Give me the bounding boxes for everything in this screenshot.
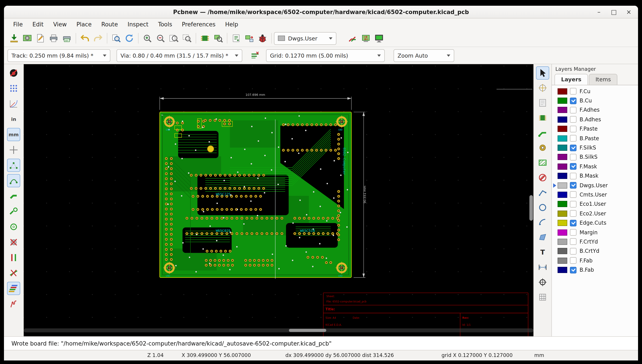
layer-color-swatch[interactable] <box>558 210 567 217</box>
layer-color-swatch[interactable] <box>558 135 567 141</box>
zoom-selection-icon[interactable] <box>180 32 194 45</box>
layer-visibility-checkbox[interactable] <box>570 182 576 188</box>
layer-row-Cmts.User[interactable]: Cmts.User <box>552 190 638 200</box>
layer-color-swatch[interactable] <box>558 201 567 207</box>
route-tracks-icon[interactable] <box>536 126 549 139</box>
add-keepout-icon[interactable] <box>536 171 549 184</box>
menu-inspect[interactable]: Inspect <box>123 20 153 29</box>
layer-visibility-checkbox[interactable] <box>570 192 576 198</box>
grid-select[interactable]: Grid: 0.1270 mm (5.00 mils) <box>266 49 385 62</box>
footprint-mode-icon[interactable] <box>198 32 212 45</box>
layer-visibility-checkbox[interactable] <box>570 248 576 254</box>
layer-row-Eco1.User[interactable]: Eco1.User <box>552 199 638 209</box>
units-mm-icon[interactable]: mm <box>7 128 20 141</box>
layer-row-F.Paste[interactable]: F.Paste <box>552 124 638 134</box>
cut-tracks-icon[interactable] <box>7 266 20 280</box>
layer-visibility-checkbox[interactable] <box>570 97 576 104</box>
layer-row-B.Adhes[interactable]: B.Adhes <box>552 115 638 124</box>
maximize-button[interactable]: □ <box>610 8 618 16</box>
add-graphic-line-icon[interactable] <box>536 186 549 199</box>
layer-row-B.SilkS[interactable]: B.SilkS <box>552 152 638 162</box>
layer-visibility-checkbox[interactable] <box>570 238 576 245</box>
sketch-tracks-icon[interactable] <box>7 251 20 264</box>
layer-visibility-checkbox[interactable] <box>570 126 576 132</box>
track-width-select[interactable]: Track: 0.250 mm (9.84 mils) * <box>8 49 110 62</box>
minimize-button[interactable]: – <box>595 8 603 16</box>
layer-color-swatch[interactable] <box>558 239 567 245</box>
layer-color-swatch[interactable] <box>558 229 567 236</box>
layer-row-F.Mask[interactable]: F.Mask <box>552 162 638 171</box>
toggle-drc-off-icon[interactable] <box>7 66 20 80</box>
layer-row-Edge.Cuts[interactable]: Edge.Cuts <box>552 218 638 228</box>
layer-color-swatch[interactable] <box>558 145 567 151</box>
zone-outline-icon[interactable] <box>7 205 20 218</box>
layer-visibility-checkbox[interactable] <box>570 267 576 273</box>
zoom-out-icon[interactable] <box>154 32 167 45</box>
redo-icon[interactable] <box>92 32 105 45</box>
drc-icon[interactable] <box>256 32 269 45</box>
zoom-in-icon[interactable] <box>141 32 154 45</box>
tab-layers[interactable]: Layers <box>554 74 588 85</box>
layer-visibility-checkbox[interactable] <box>570 135 576 142</box>
layer-color-swatch[interactable] <box>558 164 567 170</box>
layer-color-swatch[interactable] <box>558 182 567 188</box>
layer-color-swatch[interactable] <box>558 220 567 226</box>
layer-row-F.Fab[interactable]: F.Fab <box>552 256 638 265</box>
add-dimension-icon[interactable] <box>536 261 549 274</box>
layer-color-swatch[interactable] <box>558 267 567 273</box>
auto-track-width-icon[interactable] <box>248 49 262 62</box>
pcb-canvas[interactable]: GNDGNDGNDGNDW65C22SW65C02SW65C51N6502-Co… <box>24 64 534 336</box>
menu-preferences[interactable]: Preferences <box>177 20 220 29</box>
measure-tool-icon[interactable] <box>536 290 549 304</box>
layer-row-B.Cu[interactable]: B.Cu <box>552 96 638 106</box>
cursor-shape-icon[interactable] <box>7 143 20 156</box>
layer-color-swatch[interactable] <box>558 248 567 254</box>
add-via-icon[interactable] <box>536 141 549 154</box>
sketch-pads-icon[interactable] <box>7 220 20 234</box>
layer-color-swatch[interactable] <box>558 98 567 104</box>
layer-row-F.CrtYd[interactable]: F.CrtYd <box>552 237 638 246</box>
curved-ratsnest-icon[interactable] <box>7 174 20 187</box>
place-origin-icon[interactable] <box>536 276 549 289</box>
layer-visibility-checkbox[interactable] <box>570 220 576 226</box>
swap-layers-icon[interactable] <box>359 32 372 45</box>
add-graphic-polygon-icon[interactable] <box>536 231 549 244</box>
layer-row-Dwgs.User[interactable]: Dwgs.User <box>552 181 638 190</box>
menu-help[interactable]: Help <box>220 20 243 29</box>
horizontal-scrollbar-thumb[interactable] <box>289 329 326 332</box>
layer-visibility-checkbox[interactable] <box>570 107 576 114</box>
layer-row-B.Fab[interactable]: B.Fab <box>552 265 638 275</box>
menu-edit[interactable]: Edit <box>28 20 48 29</box>
layer-visibility-checkbox[interactable] <box>570 201 576 208</box>
layer-row-Margin[interactable]: Margin <box>552 228 638 237</box>
add-graphic-circle-icon[interactable] <box>536 201 549 214</box>
polar-coordinates-icon[interactable] <box>7 97 20 110</box>
layer-row-B.Mask[interactable]: B.Mask <box>552 171 638 181</box>
zoom-select[interactable]: Zoom Auto <box>394 49 454 62</box>
via-size-select[interactable]: Via: 0.80 / 0.40 mm (31.5 / 15.7 mils) * <box>116 49 242 62</box>
menu-tools[interactable]: Tools <box>153 20 177 29</box>
layer-color-swatch[interactable] <box>558 192 567 198</box>
add-graphic-arc-icon[interactable] <box>536 216 549 229</box>
layer-color-swatch[interactable] <box>558 88 567 94</box>
layer-row-F.SilkS[interactable]: F.SilkS <box>552 143 638 152</box>
refresh-icon[interactable] <box>123 32 136 45</box>
layer-color-swatch[interactable] <box>558 116 567 123</box>
undo-icon[interactable] <box>78 32 92 45</box>
layer-row-F.Adhes[interactable]: F.Adhes <box>552 106 638 115</box>
horizontal-scrollbar[interactable] <box>24 328 534 332</box>
layer-visibility-checkbox[interactable] <box>570 257 576 264</box>
menu-place[interactable]: Place <box>72 20 96 29</box>
layer-row-B.Paste[interactable]: B.Paste <box>552 134 638 143</box>
layer-visibility-checkbox[interactable] <box>570 229 576 236</box>
tab-items[interactable]: Items <box>589 74 618 85</box>
find-footprint-icon[interactable] <box>212 32 225 45</box>
3d-viewer-icon[interactable] <box>372 32 386 45</box>
vertical-scrollbar[interactable] <box>530 64 533 327</box>
close-button[interactable]: × <box>625 8 633 16</box>
layer-color-swatch[interactable] <box>558 126 567 132</box>
add-zone-icon[interactable] <box>536 156 549 169</box>
select-tool-icon[interactable] <box>536 66 549 80</box>
menu-file[interactable]: File <box>8 20 28 29</box>
find-icon[interactable] <box>110 32 123 45</box>
